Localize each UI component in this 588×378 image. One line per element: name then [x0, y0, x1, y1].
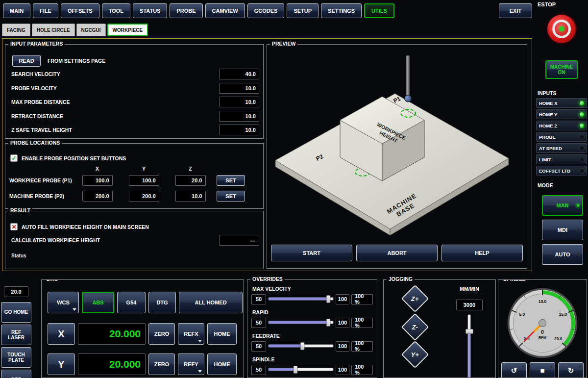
- enable-probe-positions-checkbox[interactable]: ✓: [10, 154, 18, 162]
- home-y-led: [579, 112, 585, 117]
- slider-handle[interactable]: [300, 342, 304, 350]
- spindle-ovr-slider[interactable]: [268, 365, 334, 375]
- wcs-button[interactable]: WCS: [48, 292, 79, 313]
- spindle-reverse-button[interactable]: ↺: [501, 362, 527, 378]
- slider-handle[interactable]: [326, 319, 331, 327]
- retract-distance-input[interactable]: 10.0: [219, 111, 259, 122]
- z-safe-travel-input[interactable]: 10.0: [219, 125, 259, 135]
- nav-probe[interactable]: PROBE: [170, 3, 202, 18]
- spindle-ovr-label: SPINDLE: [252, 356, 377, 362]
- zero-x-button[interactable]: ZERO: [148, 323, 175, 345]
- set-p1-button[interactable]: SET: [217, 175, 245, 186]
- column-header-z: Z: [167, 166, 214, 172]
- axis-y-button[interactable]: Y: [48, 353, 75, 375]
- mode-mdi-button[interactable]: MDI: [542, 220, 583, 240]
- param-row: MAX PROBE DISTANCE 10.0: [11, 95, 259, 109]
- dtg-button[interactable]: DTG: [148, 292, 176, 313]
- column-header-y: Y: [121, 166, 167, 172]
- help-button[interactable]: HELP: [441, 245, 523, 261]
- max-velocity-min: 50: [251, 294, 266, 304]
- max-velocity-slider[interactable]: [268, 294, 334, 304]
- svg-text:15.0: 15.0: [559, 312, 567, 317]
- gauge-unit: RPM: [539, 336, 546, 340]
- nav-offsets[interactable]: OFFSETS: [61, 3, 99, 18]
- slider-track[interactable]: [268, 321, 334, 324]
- machine-on-button[interactable]: MACHINE ON: [545, 60, 578, 79]
- jog-z-plus-button[interactable]: Z+: [401, 285, 429, 313]
- p1-x-input[interactable]: 100.0: [82, 175, 113, 186]
- mode-title: MODE: [538, 182, 553, 188]
- nav-camview[interactable]: CAMVIEW: [205, 3, 245, 18]
- slider-track[interactable]: [268, 368, 334, 371]
- go-home-button[interactable]: GO HOME: [1, 302, 31, 323]
- spindle-rpm-gauge: 0.0 5.0 10.0 15.0 20.0 0 RPM: [505, 286, 580, 360]
- mode-auto-button[interactable]: AUTO: [542, 244, 583, 265]
- ccw-arrow-icon: ↺: [511, 366, 517, 375]
- p1-z-input[interactable]: 20.0: [175, 175, 206, 186]
- abort-button[interactable]: ABORT: [356, 245, 438, 261]
- max-probe-distance-input[interactable]: 10.0: [219, 97, 259, 107]
- jog-z-minus-button[interactable]: Z-: [401, 313, 429, 341]
- home-x-led: [579, 101, 585, 106]
- slider-track[interactable]: [467, 314, 471, 378]
- feedrate-slider[interactable]: [268, 341, 334, 351]
- nav-settings[interactable]: SETTINGS: [321, 3, 362, 18]
- param-label: RETRACT DISTANCE: [11, 113, 63, 119]
- rapid-slider[interactable]: [268, 318, 334, 328]
- nav-status[interactable]: STATUS: [133, 3, 167, 18]
- top-nav-bar: MAIN FILE OFFSETS TOOL STATUS PROBE CAMV…: [0, 0, 534, 22]
- nav-file[interactable]: FILE: [33, 3, 58, 18]
- slider-handle[interactable]: [326, 295, 331, 303]
- slider-track[interactable]: [268, 297, 334, 301]
- jog-rate-unit-label: MM/MIN: [447, 286, 491, 292]
- exit-button[interactable]: EXIT: [499, 3, 532, 18]
- tab-ngcgui[interactable]: NGCGUI: [76, 24, 106, 36]
- nav-gcodes[interactable]: GCODES: [247, 3, 285, 18]
- p1-y-input[interactable]: 100.0: [129, 175, 159, 186]
- probe-velocity-input[interactable]: 10.0: [219, 83, 259, 94]
- autofill-height-checkbox[interactable]: ✕: [10, 223, 18, 230]
- all-homed-button[interactable]: ALL HOMED: [179, 292, 243, 313]
- laser-offset-input[interactable]: 20.0: [4, 286, 28, 297]
- slider-handle[interactable]: [466, 329, 473, 334]
- slider-handle[interactable]: [294, 366, 298, 374]
- nav-utils[interactable]: UTILS: [364, 3, 394, 18]
- axis-x-button[interactable]: X: [48, 323, 75, 345]
- spindle-forward-button[interactable]: ↻: [558, 362, 584, 378]
- set-p2-button[interactable]: SET: [217, 191, 245, 202]
- preview-group: PREVIEW MACHINE: [267, 44, 527, 269]
- tab-workpiece[interactable]: WORKPIECE: [107, 24, 148, 36]
- nav-setup[interactable]: SETUP: [287, 3, 318, 18]
- mode-man-led: [576, 204, 580, 207]
- jog-rate-slider[interactable]: [465, 314, 474, 378]
- read-button[interactable]: READ: [12, 55, 41, 67]
- tab-hole-circle[interactable]: HOLE CIRCLE: [32, 24, 75, 36]
- abs-button[interactable]: ABS: [82, 292, 114, 313]
- home-y-button[interactable]: HOME: [207, 353, 237, 375]
- home-x-button[interactable]: HOME: [207, 323, 237, 345]
- group-title: RESULT: [8, 207, 32, 213]
- p2-x-input[interactable]: 200.0: [82, 191, 113, 202]
- touch-plate-button[interactable]: TOUCH PLATE: [1, 347, 31, 368]
- ref-y-button[interactable]: REFY: [178, 353, 204, 375]
- estop-button[interactable]: [547, 15, 576, 43]
- ref-button[interactable]: REF: [1, 370, 31, 378]
- zero-y-button[interactable]: ZERO: [148, 353, 175, 375]
- ref-x-button[interactable]: REFX: [178, 323, 204, 345]
- spindle-stop-button[interactable]: ■: [530, 362, 555, 378]
- tab-facing[interactable]: FACING: [2, 24, 30, 36]
- nav-tool[interactable]: TOOL: [102, 3, 130, 18]
- jog-z-plus-label: Z+: [411, 295, 419, 302]
- spindle-reverse-led: [522, 365, 524, 368]
- g54-button[interactable]: G54: [117, 292, 146, 313]
- search-velocity-input[interactable]: 40.0: [219, 69, 259, 79]
- jog-y-plus-button[interactable]: Y+: [401, 341, 429, 369]
- ref-laser-button[interactable]: REF LASER: [1, 325, 31, 345]
- eoffset-ltd-led: [579, 168, 585, 174]
- mode-man-button[interactable]: MAN: [542, 195, 583, 216]
- p2-y-input[interactable]: 200.0: [129, 191, 159, 202]
- start-button[interactable]: START: [271, 245, 352, 261]
- p2-z-input[interactable]: 10.0: [175, 191, 206, 202]
- max-velocity-percent: 100 %: [351, 294, 373, 304]
- nav-main[interactable]: MAIN: [3, 3, 30, 18]
